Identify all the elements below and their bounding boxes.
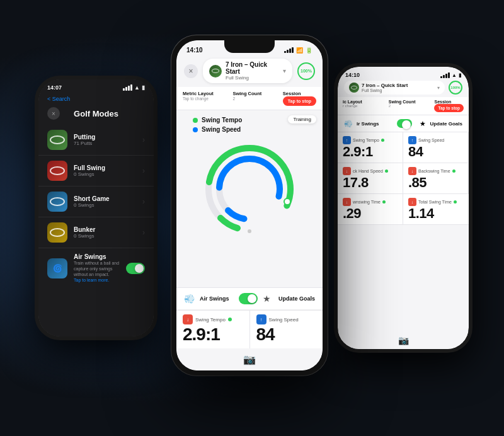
airswings-desc: Train without a ball and capture only sw… xyxy=(74,260,120,283)
right-wifi-icon: ▲ xyxy=(452,72,457,78)
swing-count-col: Swing Count 2 xyxy=(232,91,280,101)
right-swing-label: Swing Count xyxy=(389,100,432,104)
right-club-icon xyxy=(349,83,359,93)
center-close-btn[interactable]: × xyxy=(184,64,198,78)
speed-header: ↑ Swing Speed xyxy=(256,314,317,324)
phone-center: 14:10 ⬆ 📶 🔋 × xyxy=(171,35,328,376)
center-gauge-area: Training Swing Tempo Swing Speed xyxy=(176,110,323,287)
right-layout-sub: r change xyxy=(343,104,386,108)
right-layout-col[interactable]: ic Layout r change xyxy=(343,100,386,108)
mode-fullswing[interactable]: Full Swing 0 Swings › xyxy=(38,156,154,186)
camera-icon[interactable]: 📷 xyxy=(243,353,256,365)
right-air-label: ir Swings xyxy=(357,121,393,127)
club-sub: Full Swing xyxy=(226,75,279,81)
left-back-label[interactable]: < Search xyxy=(47,96,70,102)
center-status-right: 📶 🔋 xyxy=(284,47,312,54)
left-close-btn[interactable]: × xyxy=(47,107,60,120)
swing-count-value: 2 xyxy=(232,96,280,101)
center-notch xyxy=(224,40,275,53)
fullswing-circle xyxy=(50,166,65,175)
tempo-metric-box: ↓ Swing Tempo 2.9:1 xyxy=(176,311,250,348)
left-screen: 14:07 ▲ ▮ < Search xyxy=(38,79,154,336)
putting-name: Putting xyxy=(74,134,136,141)
swing-count-label: Swing Count xyxy=(232,91,280,96)
center-bottom-metrics: 💨 Air Swings ★ Update Goals ↓ Swing Temp… xyxy=(176,287,323,348)
shortgame-info: Short Game 0 Swings xyxy=(74,195,136,208)
left-status-bar: 14:07 ▲ ▮ xyxy=(38,79,154,93)
right-signal xyxy=(440,72,450,78)
gauge-svg-wrapper xyxy=(196,135,303,243)
club-dot-inner xyxy=(212,69,219,73)
phone-left: 14:07 ▲ ▮ < Search xyxy=(35,76,158,340)
metric-layout-label: Metric Layout xyxy=(183,91,230,96)
right-hand-value: 17.8 xyxy=(343,176,398,190)
right-metric-backswing: ↓ Backswing Time .85 xyxy=(403,163,469,194)
right-metric-total: ↓ Total Swing Time 1.14 xyxy=(403,194,469,225)
right-club-selector[interactable]: 7 Iron – Quick Start Full Swing ▾ xyxy=(344,81,445,95)
mode-shortgame[interactable]: Short Game 0 Swings › xyxy=(38,186,154,217)
right-down-label: wnswing Time xyxy=(353,200,381,204)
right-camera-icon[interactable]: 📷 xyxy=(398,335,409,345)
right-metric-speed: ↑ Swing Speed 84 xyxy=(403,132,469,163)
signal-bar-1 xyxy=(123,88,125,91)
bunker-chevron: › xyxy=(142,228,145,237)
gauge-label-speed: Swing Speed xyxy=(193,126,312,133)
speed-metric-box: ↑ Swing Speed 84 xyxy=(250,311,323,348)
tempo-metric-dot xyxy=(228,318,232,321)
putting-info: Putting 71 Putts xyxy=(74,134,136,146)
right-back-value: .85 xyxy=(408,176,463,190)
metric-layout-sub: Tap to change xyxy=(183,96,230,101)
center-time: 14:10 xyxy=(186,47,203,54)
right-session-col: Session Tap to stop xyxy=(434,100,464,112)
tempo-value: 2.9:1 xyxy=(183,326,243,343)
right-camera-bar: 📷 xyxy=(338,331,469,349)
update-goals-label[interactable]: Update Goals xyxy=(278,295,315,302)
bunker-sub: 0 Swings xyxy=(74,233,136,239)
center-air-toggle[interactable] xyxy=(239,293,258,304)
speed-dot-icon xyxy=(193,127,198,132)
club-icon xyxy=(209,65,222,77)
metric-layout-col[interactable]: Metric Layout Tap to change xyxy=(183,91,230,101)
left-screen-title: Golf Modes xyxy=(60,109,132,118)
air-swings-icon: 💨 xyxy=(184,294,195,304)
right-club-sub: Full Swing xyxy=(362,88,435,93)
shortgame-circle xyxy=(50,197,65,206)
signal-bars xyxy=(123,84,132,91)
wifi-icon-left: ▲ xyxy=(134,84,140,91)
right-layout-label: ic Layout xyxy=(343,100,386,104)
left-status-icons: ▲ ▮ xyxy=(123,84,145,91)
signal-bar-3 xyxy=(128,86,130,91)
center-metrics-bar: Metric Layout Tap to change Swing Count … xyxy=(176,87,323,110)
center-club-selector[interactable]: 7 Iron – Quick Start Full Swing ▾ xyxy=(203,59,292,83)
putting-circle xyxy=(50,135,65,144)
mode-putting[interactable]: Putting 71 Putts › xyxy=(38,125,154,156)
right-metrics-grid: ↑ Swing Tempo 2.9:1 ↑ Swing Speed 84 xyxy=(338,132,469,225)
airswings-toggle[interactable] xyxy=(126,263,145,274)
center-wifi-icon: 📶 xyxy=(296,47,303,54)
signal-bar-2 xyxy=(125,87,127,91)
right-air-toggle[interactable] xyxy=(397,119,412,128)
center-air-swings-row: 💨 Air Swings ★ Update Goals xyxy=(176,288,323,310)
center-header: × 7 Iron – Quick Start Full Swing ▾ 100% xyxy=(176,56,323,87)
fullswing-sub: 0 Swings xyxy=(74,171,136,177)
svg-point-4 xyxy=(248,229,251,233)
air-swings-top: 🌀 Air Swings Train without a ball and ca… xyxy=(47,253,145,283)
fullswing-info: Full Swing 0 Swings xyxy=(74,164,136,177)
phones-container: 14:07 ▲ ▮ < Search xyxy=(0,0,504,436)
right-back-label: Backswing Time xyxy=(418,169,450,173)
right-total-dot xyxy=(454,200,457,204)
session-stop-btn[interactable]: Tap to stop xyxy=(283,96,316,106)
right-hand-dot xyxy=(385,169,388,173)
center-battery-circle: 100% xyxy=(297,62,315,80)
airswings-text: Air Swings Train without a ball and capt… xyxy=(74,253,120,283)
mode-bunker[interactable]: Bunker 0 Swings › xyxy=(38,217,154,248)
shortgame-name: Short Game xyxy=(74,195,136,202)
tap-learn-more[interactable]: Tap to learn more. xyxy=(74,278,109,282)
right-update-goals[interactable]: Update Goals xyxy=(430,121,462,127)
signal-bar-4 xyxy=(130,84,132,91)
right-session-btn[interactable]: Tap to stop xyxy=(434,104,464,112)
right-tempo-value: 2.9:1 xyxy=(343,145,398,159)
svg-point-0 xyxy=(196,135,303,243)
left-back-row[interactable]: < Search xyxy=(38,93,154,105)
right-air-row: 💨 ir Swings ★ Update Goals xyxy=(338,115,469,132)
